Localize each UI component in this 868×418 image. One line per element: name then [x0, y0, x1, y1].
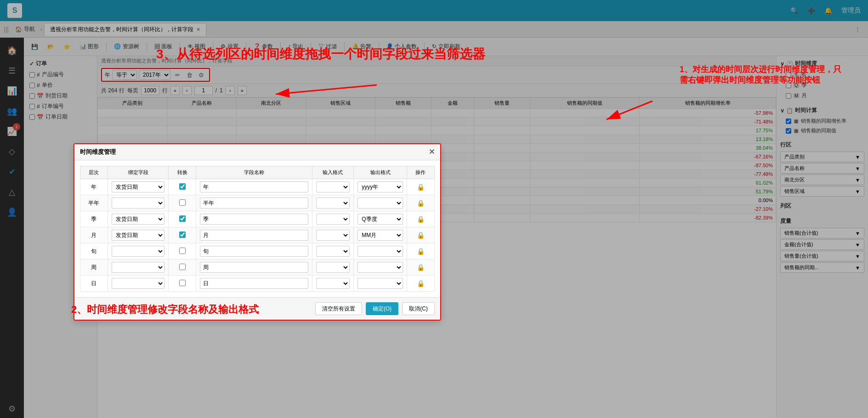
modal-lock-icon[interactable]: 🔒 — [417, 199, 425, 207]
modal-ops-3[interactable]: 🔒 — [407, 227, 434, 243]
modal-binding-3[interactable]: 发货日期 — [108, 227, 168, 243]
modal-lock-icon[interactable]: 🔒 — [417, 248, 425, 255]
modal-close-btn[interactable]: ✕ — [429, 148, 435, 156]
modal-lock-icon[interactable]: 🔒 — [417, 264, 425, 271]
modal-name-2[interactable] — [196, 211, 312, 227]
modal-input-fmt-1[interactable] — [312, 195, 354, 211]
modal-col-ops: 操作 — [407, 166, 434, 179]
modal-input-fmt-3[interactable] — [312, 227, 354, 243]
modal-convert-3[interactable] — [169, 227, 196, 243]
modal-output-fmt-4[interactable] — [354, 243, 407, 260]
modal-convert-checkbox-2[interactable] — [179, 215, 186, 222]
modal-output-fmt-0[interactable]: yyyy年 — [354, 179, 407, 195]
modal-name-0[interactable] — [196, 179, 312, 195]
modal-convert-checkbox-0[interactable] — [179, 183, 186, 190]
modal-convert-1[interactable] — [169, 195, 196, 211]
modal-body: 层次 绑定字段 转换 字段名称 输入格式 输出格式 操作 年发货日期yyyy年🔒… — [74, 160, 440, 297]
modal-name-3[interactable] — [196, 227, 312, 243]
modal-convert-checkbox-4[interactable] — [179, 248, 186, 254]
modal-input-fmt-2[interactable] — [312, 211, 354, 227]
modal-convert-4[interactable] — [169, 243, 196, 260]
modal-name-input-2[interactable] — [200, 214, 308, 225]
modal-binding-select-4[interactable] — [112, 246, 165, 257]
modal-input-fmt-select-6[interactable] — [316, 278, 350, 289]
modal-table-row: 年发货日期yyyy年🔒 — [80, 179, 435, 195]
modal-input-fmt-0[interactable] — [312, 179, 354, 195]
clear-all-btn[interactable]: 清空所有设置 — [315, 302, 362, 315]
modal-output-fmt-5[interactable] — [354, 260, 407, 276]
modal-binding-select-2[interactable]: 发货日期 — [112, 214, 165, 225]
modal-output-fmt-2[interactable]: Q季度 — [354, 211, 407, 227]
modal-binding-0[interactable]: 发货日期 — [108, 179, 168, 195]
modal-name-input-5[interactable] — [200, 262, 308, 273]
modal-input-fmt-4[interactable] — [312, 243, 354, 260]
modal-name-input-0[interactable] — [200, 181, 308, 192]
modal-name-5[interactable] — [196, 260, 312, 276]
modal-convert-checkbox-5[interactable] — [179, 264, 186, 270]
modal-convert-checkbox-1[interactable] — [179, 199, 186, 206]
confirm-btn[interactable]: 确定(O) — [366, 302, 398, 315]
modal-binding-select-0[interactable]: 发货日期 — [112, 181, 165, 192]
modal-ops-5[interactable]: 🔒 — [407, 260, 434, 276]
modal-col-level: 层次 — [80, 166, 108, 179]
modal-input-fmt-select-5[interactable] — [316, 262, 350, 273]
modal-input-fmt-select-3[interactable] — [316, 230, 350, 241]
modal-binding-select-5[interactable] — [112, 262, 165, 273]
modal-output-fmt-6[interactable] — [354, 276, 407, 292]
modal-convert-5[interactable] — [169, 260, 196, 276]
modal-convert-0[interactable] — [169, 179, 196, 195]
modal-binding-2[interactable]: 发货日期 — [108, 211, 168, 227]
modal-table: 层次 绑定字段 转换 字段名称 输入格式 输出格式 操作 年发货日期yyyy年🔒… — [80, 166, 435, 292]
modal-lock-icon[interactable]: 🔒 — [417, 183, 425, 191]
modal-input-fmt-6[interactable] — [312, 276, 354, 292]
modal-binding-5[interactable] — [108, 260, 168, 276]
modal-binding-1[interactable] — [108, 195, 168, 211]
modal-title: 时间维度管理 — [80, 148, 116, 156]
modal-convert-2[interactable] — [169, 211, 196, 227]
modal-output-fmt-select-4[interactable] — [357, 246, 403, 257]
modal-name-6[interactable] — [196, 276, 312, 292]
modal-table-row: 月发货日期MM月🔒 — [80, 227, 435, 243]
modal-ops-6[interactable]: 🔒 — [407, 276, 434, 292]
modal-name-input-3[interactable] — [200, 230, 308, 241]
modal-binding-select-1[interactable] — [112, 198, 165, 209]
modal-lock-icon[interactable]: 🔒 — [417, 280, 425, 287]
modal-output-fmt-select-6[interactable] — [357, 278, 403, 289]
modal-output-fmt-select-1[interactable] — [357, 198, 403, 209]
modal-ops-1[interactable]: 🔒 — [407, 195, 434, 211]
modal-input-fmt-5[interactable] — [312, 260, 354, 276]
modal-ops-4[interactable]: 🔒 — [407, 243, 434, 260]
modal-name-1[interactable] — [196, 195, 312, 211]
modal-output-fmt-select-5[interactable] — [357, 262, 403, 273]
modal-binding-6[interactable] — [108, 276, 168, 292]
modal-name-4[interactable] — [196, 243, 312, 260]
modal-ops-2[interactable]: 🔒 — [407, 211, 434, 227]
modal-name-input-6[interactable] — [200, 278, 308, 289]
modal-table-row: 旬🔒 — [80, 243, 435, 260]
modal-binding-select-6[interactable] — [112, 278, 165, 289]
modal-ops-0[interactable]: 🔒 — [407, 179, 434, 195]
modal-input-fmt-select-4[interactable] — [316, 246, 350, 257]
modal-name-input-1[interactable] — [200, 198, 308, 209]
modal-input-fmt-select-2[interactable] — [316, 214, 350, 225]
modal-output-fmt-select-2[interactable]: Q季度 — [357, 214, 403, 225]
modal-level-3: 月 — [80, 227, 108, 243]
modal-convert-checkbox-6[interactable] — [179, 280, 186, 286]
modal-output-fmt-select-0[interactable]: yyyy年 — [357, 181, 403, 192]
modal-binding-select-3[interactable]: 发货日期 — [112, 230, 165, 241]
modal-input-fmt-select-0[interactable] — [316, 181, 350, 192]
modal-table-row: 周🔒 — [80, 260, 435, 276]
modal-lock-icon[interactable]: 🔒 — [417, 232, 425, 239]
modal-output-fmt-3[interactable]: MM月 — [354, 227, 407, 243]
modal-input-fmt-select-1[interactable] — [316, 198, 350, 209]
modal-convert-6[interactable] — [169, 276, 196, 292]
modal-output-fmt-select-3[interactable]: MM月 — [357, 230, 403, 241]
modal-col-name: 字段名称 — [196, 166, 312, 179]
modal-overlay: 时间维度管理 ✕ 层次 绑定字段 转换 字段名称 输入格式 输出格式 操作 年发… — [0, 0, 868, 418]
modal-name-input-4[interactable] — [200, 246, 308, 257]
modal-lock-icon[interactable]: 🔒 — [417, 215, 425, 223]
modal-output-fmt-1[interactable] — [354, 195, 407, 211]
modal-binding-4[interactable] — [108, 243, 168, 260]
cancel-btn[interactable]: 取消(C) — [402, 302, 435, 315]
modal-convert-checkbox-3[interactable] — [179, 232, 186, 238]
